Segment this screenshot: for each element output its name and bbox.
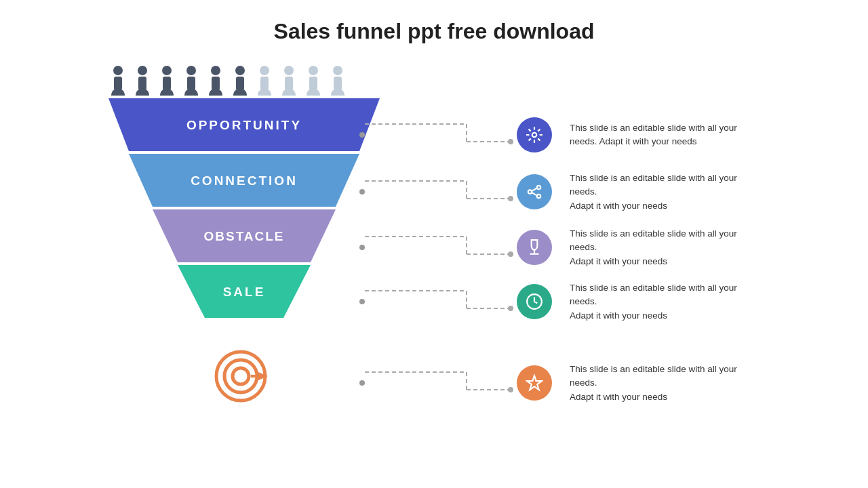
svg-point-2 [138,66,147,75]
svg-point-16 [309,66,318,75]
person-icon-5 [206,64,225,96]
person-icon-9 [304,64,323,96]
annotation-target: This slide is an editable slide with all… [359,363,760,404]
person-icon-1 [108,64,127,96]
main-content: OPPORTUNITY CONNECTION OBSTACLE SALE [0,51,868,485]
svg-line-45 [532,188,537,191]
person-icon-8 [279,64,298,96]
svg-text:OPPORTUNITY: OPPORTUNITY [186,118,302,132]
svg-point-41 [508,196,513,201]
svg-point-6 [186,66,196,75]
svg-point-56 [508,306,513,311]
person-icon-10 [328,64,347,96]
svg-point-61 [508,387,513,392]
annotation-connection-text: This slide is an editable slide with all… [570,171,760,199]
svg-point-50 [508,251,513,257]
person-icon-6 [231,64,250,96]
svg-text:OBSTACLE: OBSTACLE [203,229,284,243]
target-icon [214,349,268,406]
annotation-target-text: This slide is an editable slide with all… [570,363,760,390]
annotation-obstacle-text2: Adapt it with your needs [570,255,760,268]
svg-point-14 [284,66,294,75]
svg-rect-3 [138,77,146,90]
svg-point-36 [508,139,513,144]
svg-rect-17 [309,77,317,90]
svg-rect-19 [334,77,342,90]
page-title: Sales funnel ppt free download [0,0,868,51]
svg-point-37 [532,133,537,138]
svg-point-44 [537,195,540,198]
people-row [108,64,347,96]
svg-rect-7 [187,77,195,90]
annotation-opportunity: This slide is an editable slide with all… [359,117,737,152]
svg-rect-5 [163,77,171,90]
annotation-obstacle: This slide is an editable slide with all… [359,227,760,268]
annotation-sale: This slide is an editable slide with all… [359,281,760,323]
svg-text:CONNECTION: CONNECTION [191,174,298,188]
svg-text:SALE: SALE [223,285,266,299]
svg-rect-15 [285,77,293,90]
svg-point-12 [260,66,269,75]
svg-rect-11 [236,77,244,90]
person-icon-3 [157,64,176,96]
annotation-connection: This slide is an editable slide with all… [359,171,760,213]
person-icon-4 [182,64,201,96]
funnel-svg: OPPORTUNITY CONNECTION OBSTACLE SALE [108,98,380,363]
svg-rect-13 [260,77,269,90]
annotation-connection-text2: Adapt it with your needs [570,199,760,213]
svg-line-46 [532,192,537,195]
svg-point-4 [162,66,172,75]
svg-point-10 [235,66,245,75]
svg-rect-9 [212,77,220,90]
svg-rect-1 [114,77,122,90]
svg-point-42 [528,190,532,194]
svg-point-8 [211,66,220,75]
annotation-opportunity-text: This slide is an editable slide with all… [570,121,737,135]
svg-point-30 [233,368,249,384]
annotation-sale-text2: Adapt it with your needs [570,309,760,323]
svg-point-18 [333,66,342,75]
person-icon-2 [133,64,152,96]
annotation-opportunity-text2: needs. Adapt it with your needs [570,135,737,148]
svg-point-0 [113,66,123,75]
annotation-obstacle-text: This slide is an editable slide with all… [570,227,760,255]
svg-point-43 [537,186,540,189]
annotation-sale-text: This slide is an editable slide with all… [570,281,760,309]
person-icon-7 [255,64,274,96]
annotation-target-text2: Adapt it with your needs [570,390,760,404]
